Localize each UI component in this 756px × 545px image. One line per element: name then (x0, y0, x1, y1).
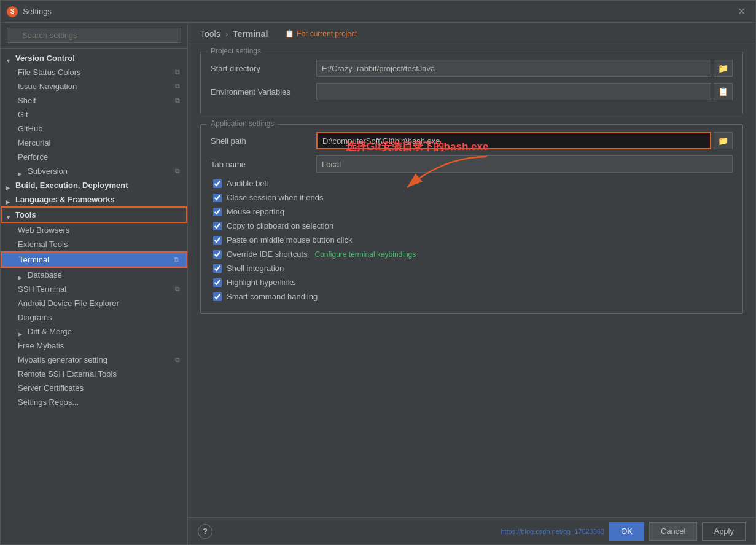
for-project-text: For current project (297, 29, 357, 38)
bottom-bar: ? https://blog.csdn.net/qq_17623363 OK C… (188, 517, 755, 544)
start-directory-input-wrapper: 📁 (316, 60, 733, 77)
shell-path-label: Shell path (211, 136, 309, 146)
env-vars-input-wrapper: 📋 (316, 83, 733, 100)
checkbox-smart-command[interactable] (213, 292, 222, 301)
checkbox-row-mouse-reporting: Mouse reporting (211, 207, 733, 216)
env-vars-label: Environment Variables (211, 87, 309, 96)
checkbox-label-override-ide: Override IDE shortcuts (227, 249, 308, 259)
sidebar: 🔍 Version Control File Status Colors ⧉ I… (1, 23, 188, 544)
expand-icon (6, 212, 12, 218)
settings-window: S Settings ✕ 🔍 Version Control File Stat… (0, 0, 756, 545)
close-button[interactable]: ✕ (734, 4, 749, 18)
sidebar-item-remote-ssh[interactable]: Remote SSH External Tools (1, 367, 187, 381)
start-directory-label: Start directory (211, 64, 309, 73)
checkbox-label-close-session: Close session when it ends (227, 193, 324, 202)
checkbox-highlight-hyperlinks[interactable] (213, 278, 222, 287)
copy-icon: ⧉ (175, 68, 180, 76)
section-title-project: Project settings (207, 47, 265, 55)
checkbox-row-paste-middle: Paste on middle mouse button click (211, 235, 733, 245)
checkbox-label-copy-clipboard: Copy to clipboard on selection (227, 221, 333, 230)
tab-name-row: Tab name (211, 155, 733, 173)
breadcrumb-parent: Tools (200, 29, 220, 39)
sidebar-item-diagrams[interactable]: Diagrams (1, 310, 187, 324)
settings-panel: Project settings Start directory 📁 Envir… (188, 44, 755, 517)
sidebar-list: Version Control File Status Colors ⧉ Iss… (1, 49, 187, 544)
sidebar-item-android-device[interactable]: Android Device File Explorer (1, 296, 187, 310)
shell-path-input-wrapper: 📁 (316, 132, 733, 149)
sidebar-item-diff-merge[interactable]: Diff & Merge (1, 324, 187, 339)
sidebar-item-shelf[interactable]: Shelf ⧉ (1, 93, 187, 108)
expand-icon (6, 182, 12, 189)
tab-name-label: Tab name (211, 160, 309, 169)
sidebar-item-subversion[interactable]: Subversion ⧉ (1, 164, 187, 178)
checkbox-label-mouse-reporting: Mouse reporting (227, 207, 284, 216)
checkbox-paste-middle[interactable] (213, 236, 222, 245)
env-vars-input[interactable] (316, 83, 711, 100)
start-directory-input[interactable] (316, 60, 711, 77)
cancel-button[interactable]: Cancel (649, 522, 697, 541)
tab-name-input-wrapper (316, 155, 733, 173)
section-title-app: Application settings (207, 119, 278, 128)
start-directory-browse-btn[interactable]: 📁 (714, 60, 733, 77)
sidebar-item-build-execution[interactable]: Build, Execution, Deployment (1, 178, 187, 192)
copy-icon: ⧉ (174, 256, 179, 264)
checkbox-row-shell-integration: Shell integration (211, 264, 733, 273)
checkbox-audible-bell[interactable] (213, 179, 222, 188)
expand-icon (18, 272, 24, 278)
ok-button[interactable]: OK (609, 522, 644, 541)
sidebar-item-perforce[interactable]: Perforce (1, 150, 187, 164)
sidebar-item-external-tools[interactable]: External Tools (1, 237, 187, 251)
search-box: 🔍 (1, 23, 187, 49)
sidebar-item-github[interactable]: GitHub (1, 122, 187, 136)
checkbox-label-paste-middle: Paste on middle mouse button click (227, 235, 353, 245)
checkbox-label-smart-command: Smart command handling (227, 292, 318, 301)
sidebar-item-tools[interactable]: Tools (1, 206, 187, 223)
sidebar-item-terminal[interactable]: Terminal ⧉ (1, 251, 187, 268)
sidebar-item-issue-navigation[interactable]: Issue Navigation ⧉ (1, 79, 187, 93)
search-input[interactable] (7, 28, 181, 43)
window-title: Settings (23, 7, 734, 16)
shell-path-row: Shell path 📁 (211, 132, 733, 149)
checkbox-label-audible-bell: Audible bell (227, 179, 268, 188)
sidebar-item-version-control[interactable]: Version Control (1, 51, 187, 65)
title-bar: S Settings ✕ (1, 1, 755, 23)
checkbox-close-session[interactable] (213, 194, 222, 202)
btn-group: https://blog.csdn.net/qq_17623363 OK Can… (496, 522, 746, 541)
sidebar-item-web-browsers[interactable]: Web Browsers (1, 223, 187, 237)
env-vars-btn[interactable]: 📋 (714, 83, 733, 100)
tab-name-input[interactable] (316, 155, 733, 173)
sidebar-item-mybatis-generator[interactable]: Mybatis generator setting ⧉ (1, 353, 187, 367)
help-button[interactable]: ? (198, 524, 212, 539)
sidebar-item-settings-repos[interactable]: Settings Repos... (1, 395, 187, 409)
shell-path-input[interactable] (316, 132, 711, 149)
checkbox-row-close-session: Close session when it ends (211, 193, 733, 202)
sidebar-item-ssh-terminal[interactable]: SSH Terminal ⧉ (1, 282, 187, 296)
expand-icon (18, 329, 24, 335)
sidebar-item-server-certs[interactable]: Server Certificates (1, 381, 187, 395)
sidebar-item-mercurial[interactable]: Mercurial (1, 136, 187, 150)
copy-icon: ⧉ (175, 356, 180, 364)
expand-icon (6, 55, 12, 61)
checkbox-row-highlight-hyperlinks: Highlight hyperlinks (211, 278, 733, 287)
checkbox-copy-clipboard[interactable] (213, 222, 222, 230)
checkbox-row-smart-command: Smart command handling (211, 292, 733, 301)
checkbox-row-copy-clipboard: Copy to clipboard on selection (211, 221, 733, 230)
copy-icon: ⧉ (175, 167, 180, 175)
checkbox-override-ide[interactable] (213, 250, 222, 259)
apply-button[interactable]: Apply (702, 522, 746, 541)
content-area: 🔍 Version Control File Status Colors ⧉ I… (1, 23, 755, 544)
app-settings-section: Application settings Shell path 📁 (200, 124, 743, 314)
sidebar-item-database[interactable]: Database (1, 268, 187, 282)
sidebar-item-file-status-colors[interactable]: File Status Colors ⧉ (1, 65, 187, 79)
for-project-link[interactable]: 📋 For current project (285, 29, 357, 38)
configure-terminal-link[interactable]: Configure terminal keybindings (315, 250, 416, 259)
sidebar-item-free-mybatis[interactable]: Free Mybatis (1, 339, 187, 353)
checkbox-mouse-reporting[interactable] (213, 208, 222, 216)
main-content: Tools › Terminal 📋 For current project P… (188, 23, 755, 544)
sidebar-item-languages-frameworks[interactable]: Languages & Frameworks (1, 192, 187, 206)
checkbox-shell-integration[interactable] (213, 264, 222, 273)
sidebar-item-git[interactable]: Git (1, 108, 187, 122)
shell-path-browse-btn[interactable]: 📁 (714, 132, 733, 149)
start-directory-row: Start directory 📁 (211, 60, 733, 77)
checkbox-row-override-ide: Override IDE shortcuts Configure termina… (211, 249, 733, 259)
